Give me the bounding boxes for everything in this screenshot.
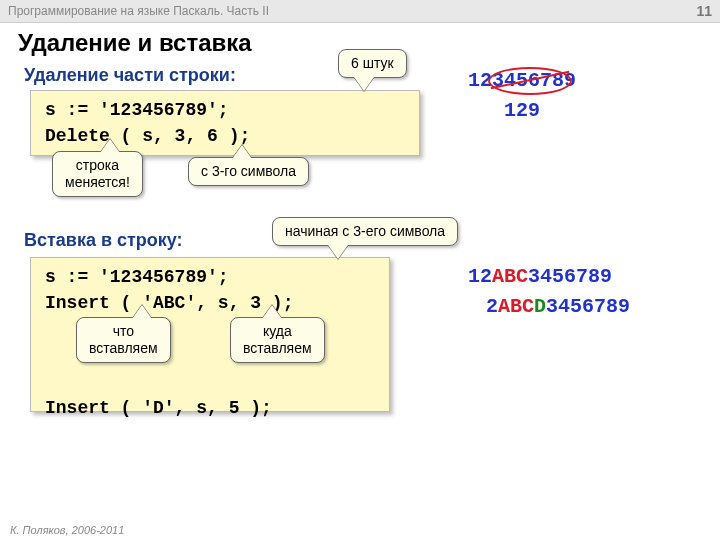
slide-header: Программирование на языке Паскаль. Часть…: [0, 0, 720, 23]
callout-from-third: с 3-го символа: [188, 157, 309, 186]
callout-starting-third: начиная с 3-его символа: [272, 217, 458, 246]
callout-where-insert: куда вставляем: [230, 317, 325, 363]
callout-what-insert: что вставляем: [76, 317, 171, 363]
slide-content: Удаление части строки: s := '123456789';…: [0, 65, 720, 412]
code-block-delete: s := '123456789'; Delete ( s, 3, 6 );: [30, 90, 420, 156]
insert-result-2: 2ABCD3456789: [486, 295, 630, 318]
course-title: Программирование на языке Паскаль. Часть…: [8, 4, 269, 18]
insert-result-1: 12ABC3456789: [468, 265, 612, 288]
page-number: 11: [696, 3, 712, 19]
delete-result-before: 123456789: [468, 69, 576, 92]
footer-copyright: К. Поляков, 2006-2011: [10, 524, 124, 536]
callout-six-count: 6 штук: [338, 49, 407, 78]
delete-result-after: 129: [504, 99, 540, 122]
callout-string-changes: строка меняется!: [52, 151, 143, 197]
